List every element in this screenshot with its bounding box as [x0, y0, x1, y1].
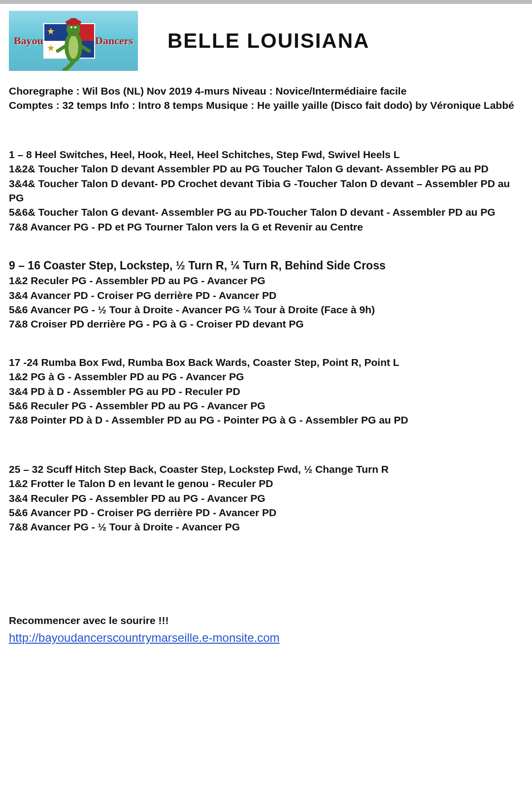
svg-point-6: [69, 18, 78, 23]
dance-meta: Choregraphe : Wil Bos (NL) Nov 2019 4-mu…: [9, 84, 523, 113]
step-line: 1&2 Reculer PG - Assembler PD au PG - Av…: [9, 273, 523, 288]
meta-line: Comptes : 32 temps Info : Intro 8 temps …: [9, 98, 523, 112]
step-line: 3&4 Avancer PD - Croiser PG derrière PD …: [9, 288, 523, 302]
logo-text-left: Bayou: [14, 33, 43, 49]
step-line: 7&8 Croiser PD derrière PG - PG à G - Cr…: [9, 317, 523, 331]
step-line: 7&8 Avancer PG - PD et PG Tourner Talon …: [9, 220, 523, 234]
dance-title: BELLE LOUISIANA: [167, 27, 369, 56]
website-link[interactable]: http://bayoudancerscountrymarseille.e-mo…: [9, 631, 280, 644]
step-line: 5&6 Reculer PG - Assembler PD au PG - Av…: [9, 398, 523, 413]
step-line: 1&2& Toucher Talon D devant Assembler PD…: [9, 162, 523, 176]
meta-line: Choregraphe : Wil Bos (NL) Nov 2019 4-mu…: [9, 84, 523, 98]
section-head: 17 -24 Rumba Box Fwd, Rumba Box Back War…: [9, 355, 523, 369]
step-line: 5&6 Avancer PG - ½ Tour à Droite - Avanc…: [9, 302, 523, 317]
page: Bayou ★ ⚜ ★ ⚜: [0, 0, 532, 789]
section-head: 9 – 16 Coaster Step, Lockstep, ½ Turn R,…: [9, 258, 523, 273]
section-head: 25 – 32 Scuff Hitch Step Back, Coaster S…: [9, 462, 523, 476]
logo-text-right: Dancers: [95, 33, 133, 49]
step-line: 3&4 Reculer PG - Assembler PD au PG - Av…: [9, 491, 523, 505]
step-line: 1&2 Frotter le Talon D en levant le geno…: [9, 476, 523, 491]
step-line: 5&6& Toucher Talon G devant- Assembler P…: [9, 205, 523, 219]
step-line: 5&6 Avancer PD - Croiser PG derrière PD …: [9, 505, 523, 520]
step-line: 1&2 PG à G - Assembler PD au PG - Avance…: [9, 369, 523, 384]
footer-note: Recommencer avec le sourire !!!: [9, 613, 523, 627]
step-line: 3&4 PD à D - Assembler PG au PD - Recule…: [9, 384, 523, 398]
header: Bayou ★ ⚜ ★ ⚜: [9, 11, 523, 71]
bayou-dancers-logo: Bayou ★ ⚜ ★ ⚜: [9, 11, 138, 71]
step-line: 3&4& Toucher Talon D devant- PD Crochet …: [9, 176, 523, 205]
acadian-flag-icon: ★ ⚜ ★ ⚜: [43, 23, 95, 59]
step-line: 7&8 Avancer PG - ½ Tour à Droite - Avanc…: [9, 520, 523, 534]
step-line: 7&8 Pointer PD à D - Assembler PD au PG …: [9, 413, 523, 427]
section-head: 1 – 8 Heel Switches, Heel, Hook, Heel, H…: [9, 147, 523, 162]
